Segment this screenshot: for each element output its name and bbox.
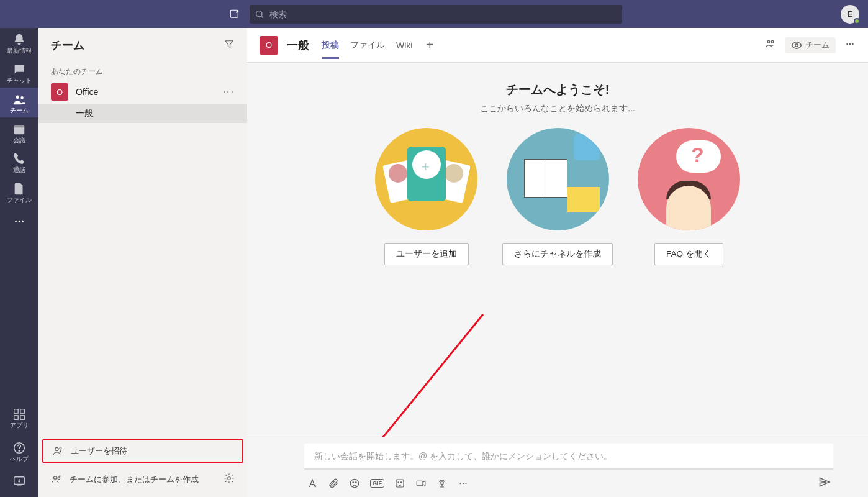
svg-point-6 bbox=[15, 221, 17, 222]
user-avatar[interactable]: E bbox=[841, 5, 859, 24]
invite-users-button[interactable]: ユーザーを招待 bbox=[42, 439, 243, 463]
rail-label: 会議 bbox=[13, 137, 25, 144]
svg-point-38 bbox=[465, 483, 466, 484]
svg-point-22 bbox=[771, 40, 774, 43]
compose-input[interactable] bbox=[304, 444, 833, 470]
welcome-section: チームへようこそ! ここからいろんなことを始められます... + ユーザーを追加 bbox=[247, 63, 868, 271]
rail-apps[interactable]: アプリ bbox=[0, 403, 38, 432]
welcome-subtitle: ここからいろんなことを始められます... bbox=[480, 103, 635, 114]
rail-calls[interactable]: 通話 bbox=[0, 147, 38, 177]
sticker-button[interactable] bbox=[394, 478, 405, 489]
emoji-button[interactable] bbox=[349, 478, 360, 489]
welcome-card-create-channel: さらにチャネルを作成 bbox=[502, 128, 613, 265]
team-avatar: O bbox=[51, 83, 68, 101]
svg-point-17 bbox=[60, 447, 61, 449]
rail-calendar[interactable]: 会議 bbox=[0, 117, 38, 147]
svg-point-29 bbox=[353, 482, 354, 483]
channel-body: チームへようこそ! ここからいろんなことを始められます... + ユーザーを追加 bbox=[247, 63, 868, 437]
rail-chat[interactable]: チャット bbox=[0, 58, 38, 88]
svg-point-30 bbox=[356, 482, 357, 483]
org-button[interactable] bbox=[765, 39, 776, 52]
compose-more-button[interactable] bbox=[458, 478, 469, 489]
team-more-button[interactable]: ··· bbox=[223, 86, 235, 98]
pane-title: チーム bbox=[51, 38, 84, 53]
rail-label: チャット bbox=[7, 78, 32, 84]
rail-download[interactable] bbox=[0, 470, 38, 490]
tab-files[interactable]: ファイル bbox=[350, 31, 385, 59]
rail-label: ヘルプ bbox=[10, 456, 29, 462]
channel-more-button[interactable] bbox=[844, 39, 856, 52]
add-users-button[interactable]: ユーザーを追加 bbox=[384, 243, 469, 265]
svg-point-32 bbox=[398, 482, 399, 483]
create-channel-illustration bbox=[507, 128, 609, 230]
svg-point-33 bbox=[401, 482, 402, 483]
svg-rect-5 bbox=[14, 125, 25, 128]
filter-button[interactable] bbox=[224, 39, 235, 52]
format-button[interactable] bbox=[307, 478, 318, 489]
svg-point-36 bbox=[459, 483, 461, 484]
rail-teams[interactable]: チーム bbox=[0, 88, 38, 117]
svg-point-19 bbox=[58, 476, 60, 479]
app-rail: 最新情報 チャット チーム 会議 通話 ファイル アプリ bbox=[0, 28, 38, 497]
rail-activity[interactable]: 最新情報 bbox=[0, 28, 38, 58]
add-tab-button[interactable]: + bbox=[423, 38, 436, 52]
rail-help[interactable]: ヘルプ bbox=[0, 436, 38, 466]
svg-point-25 bbox=[849, 43, 851, 44]
svg-point-37 bbox=[463, 483, 464, 484]
channel-general[interactable]: 一般 bbox=[38, 104, 247, 123]
annotation-arrow bbox=[328, 308, 489, 437]
rail-label: 通話 bbox=[13, 167, 25, 173]
channel-name: 一般 bbox=[287, 38, 309, 53]
faq-illustration: ? bbox=[638, 128, 740, 230]
rail-label: アプリ bbox=[10, 422, 29, 429]
svg-rect-31 bbox=[396, 480, 404, 487]
rail-more[interactable] bbox=[12, 209, 26, 235]
svg-rect-11 bbox=[14, 416, 18, 419]
svg-point-28 bbox=[350, 479, 359, 488]
invite-icon bbox=[52, 445, 63, 457]
eye-icon bbox=[791, 40, 802, 51]
message-composer: GIF bbox=[247, 437, 868, 497]
compose-toolbar: GIF bbox=[304, 470, 833, 491]
new-chat-button[interactable] bbox=[226, 6, 243, 23]
team-row-office[interactable]: O Office ··· bbox=[38, 80, 247, 104]
meet-button[interactable]: チーム bbox=[785, 37, 836, 53]
rail-label: ファイル bbox=[7, 197, 32, 203]
svg-point-24 bbox=[846, 43, 848, 44]
your-teams-label: あなたのチーム bbox=[38, 63, 247, 80]
create-channel-button[interactable]: さらにチャネルを作成 bbox=[502, 243, 613, 265]
svg-line-27 bbox=[346, 314, 483, 437]
tab-wiki[interactable]: Wiki bbox=[396, 32, 412, 58]
avatar-initial: E bbox=[848, 9, 853, 19]
join-create-team-button[interactable]: チームに参加、またはチームを作成 bbox=[38, 467, 247, 492]
people-add-icon bbox=[51, 474, 62, 485]
stream-button[interactable] bbox=[436, 478, 448, 489]
svg-point-7 bbox=[19, 221, 20, 222]
channel-tabs: 投稿 ファイル Wiki + bbox=[322, 31, 436, 59]
svg-point-16 bbox=[55, 447, 58, 450]
rail-label: チーム bbox=[10, 107, 29, 114]
title-bar: E bbox=[0, 0, 868, 28]
pane-header: チーム bbox=[38, 28, 247, 63]
svg-point-23 bbox=[795, 43, 798, 47]
svg-point-8 bbox=[22, 221, 24, 222]
search-icon bbox=[255, 9, 264, 22]
rail-label: 最新情報 bbox=[7, 48, 32, 54]
meet-now-button[interactable] bbox=[415, 478, 427, 489]
tab-posts[interactable]: 投稿 bbox=[322, 31, 339, 59]
svg-rect-9 bbox=[14, 409, 18, 413]
open-faq-button[interactable]: FAQ を開く bbox=[654, 243, 723, 265]
search-input[interactable] bbox=[250, 5, 622, 24]
rail-files[interactable]: ファイル bbox=[0, 177, 38, 207]
svg-point-20 bbox=[228, 477, 231, 480]
attach-button[interactable] bbox=[328, 478, 339, 489]
svg-point-1 bbox=[256, 11, 262, 16]
presence-indicator bbox=[854, 18, 860, 24]
svg-rect-10 bbox=[20, 409, 24, 413]
channel-header: O 一般 投稿 ファイル Wiki + チーム bbox=[247, 28, 868, 63]
gif-button[interactable]: GIF bbox=[370, 479, 384, 488]
send-button[interactable] bbox=[818, 476, 831, 491]
svg-point-14 bbox=[19, 450, 19, 451]
svg-point-2 bbox=[16, 96, 20, 99]
manage-teams-gear[interactable] bbox=[224, 473, 235, 486]
